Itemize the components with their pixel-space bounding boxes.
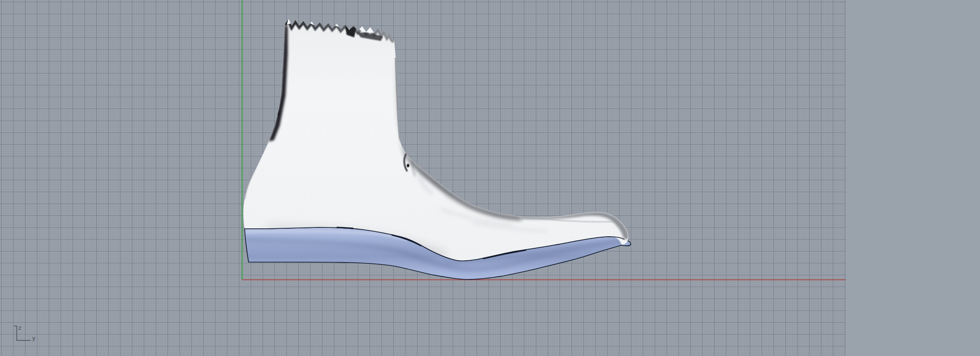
viewport-canvas: z y bbox=[0, 0, 980, 356]
rhino-viewport[interactable]: z y bbox=[0, 0, 980, 356]
gizmo-z-label: z bbox=[18, 324, 21, 331]
gizmo-y-label: y bbox=[32, 335, 36, 341]
